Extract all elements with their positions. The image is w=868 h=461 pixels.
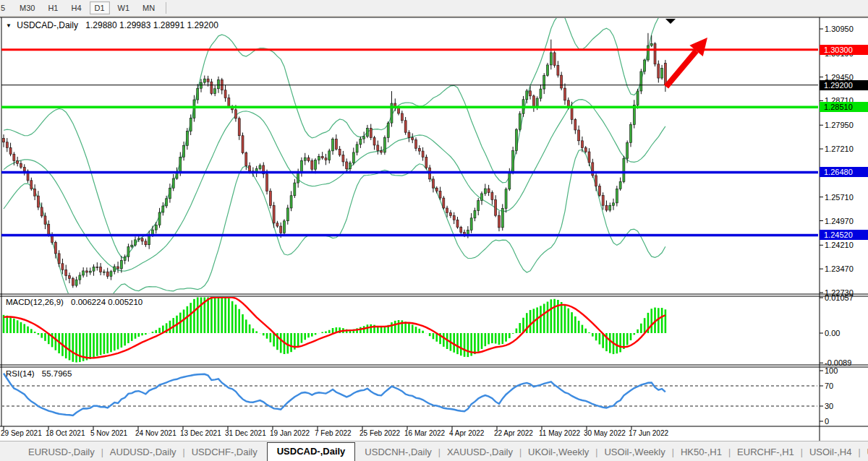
price-axis-tick-label: 1.27950 bbox=[825, 121, 868, 129]
candle-bull bbox=[214, 89, 216, 94]
candle-bear bbox=[54, 242, 56, 254]
candle-bull bbox=[629, 125, 631, 143]
candle-bear bbox=[401, 113, 403, 121]
candle-bull bbox=[155, 225, 157, 230]
timeframe-button-d1[interactable]: D1 bbox=[90, 1, 110, 14]
candle-bull bbox=[647, 46, 649, 60]
candle-bear bbox=[6, 142, 8, 148]
date-axis-label: 5 Nov 2021 bbox=[90, 429, 127, 437]
candle-bull bbox=[114, 267, 116, 272]
candle-bear bbox=[456, 220, 459, 227]
candle-bear bbox=[61, 264, 64, 270]
tab-hk50-h1[interactable]: HK50-,H1 bbox=[674, 444, 728, 461]
candle-bear bbox=[439, 191, 441, 198]
candle-bull bbox=[536, 98, 538, 107]
candle-bear bbox=[273, 205, 275, 223]
candle-bear bbox=[335, 139, 337, 150]
price-axis-tick-label: 1.27210 bbox=[825, 145, 868, 153]
price-axis-tick-label: 1.24970 bbox=[825, 217, 868, 225]
candle-bull bbox=[363, 137, 365, 139]
candle-bull bbox=[89, 271, 91, 272]
candle-bear bbox=[145, 241, 147, 245]
macd-indicator-label: MACD(12,26,9) 0.006224 0.005210 bbox=[6, 298, 142, 306]
tab-usdcnh-daily[interactable]: USDCNH-,Daily bbox=[358, 444, 438, 461]
candle-bear bbox=[325, 158, 327, 160]
candle-bull bbox=[470, 218, 472, 231]
candle-bull bbox=[626, 142, 629, 158]
tab-ukoil-h4[interactable]: UKOil-,H4 bbox=[861, 444, 868, 461]
chart-canvas[interactable] bbox=[0, 0, 868, 461]
candle-bear bbox=[595, 176, 597, 186]
date-axis-label: 7 Feb 2022 bbox=[315, 429, 352, 437]
candle-bear bbox=[72, 278, 74, 285]
candle-bull bbox=[619, 181, 621, 189]
candle-bull bbox=[103, 272, 105, 272]
tab-usoil-weekly[interactable]: USOil-,Weekly bbox=[597, 444, 671, 461]
candle-bull bbox=[290, 196, 292, 208]
tab-usoil-h4[interactable]: USOil-,H4 bbox=[803, 444, 859, 461]
candle-bear bbox=[245, 153, 247, 166]
candle-bull bbox=[169, 188, 171, 199]
macd-name: MACD(12,26,9) bbox=[6, 298, 64, 306]
candle-bear bbox=[574, 119, 576, 129]
timeframe-button-5[interactable]: 5 bbox=[0, 1, 12, 14]
candle-bull bbox=[550, 53, 552, 65]
tab-eurusd-daily[interactable]: EURUSD-,Daily bbox=[22, 444, 101, 461]
tab-audusd-daily[interactable]: AUDUSD-,Daily bbox=[103, 444, 183, 461]
candle-bear bbox=[280, 226, 282, 233]
candle-bear bbox=[664, 64, 666, 85]
candle-bear bbox=[346, 162, 348, 169]
timeframe-button-mn[interactable]: MN bbox=[137, 1, 160, 14]
tab-eurchf-h1[interactable]: EURCHF-,H1 bbox=[731, 444, 801, 461]
candle-bear bbox=[370, 128, 372, 137]
candle-bear bbox=[37, 196, 39, 207]
candle-bull bbox=[640, 72, 642, 91]
timeframe-toolbar: 5M30H1H4D1W1MN bbox=[0, 0, 868, 17]
price-axis[interactable]: 1.309501.301901.294501.287101.279501.272… bbox=[820, 17, 868, 426]
candle-bull bbox=[501, 208, 503, 228]
chart-symbol-label: USDCAD-,Daily bbox=[17, 20, 78, 30]
candle-bear bbox=[654, 43, 656, 64]
candle-bull bbox=[197, 88, 199, 100]
candle-bear bbox=[85, 271, 88, 272]
chevron-down-icon[interactable]: ▼ bbox=[6, 22, 12, 29]
candle-bull bbox=[172, 178, 174, 188]
candle-bear bbox=[553, 53, 556, 66]
candle-bull bbox=[203, 79, 205, 82]
date-axis[interactable]: 29 Sep 202118 Oct 20215 Nov 202124 Nov 2… bbox=[0, 428, 820, 441]
candle-bull bbox=[481, 194, 483, 201]
date-axis-label: 17 Jun 2022 bbox=[629, 429, 668, 437]
candle-bull bbox=[540, 89, 542, 98]
candle-bear bbox=[563, 88, 566, 100]
candle-bear bbox=[425, 157, 427, 168]
candle-bear bbox=[432, 179, 434, 188]
tab-usdcad-daily[interactable]: USDCAD-,Daily bbox=[267, 442, 356, 461]
price-level-label: 1.24520 bbox=[820, 230, 868, 240]
toolbar-separator bbox=[166, 2, 166, 14]
tab-ukoil-weekly[interactable]: UKOil-,Weekly bbox=[522, 444, 595, 461]
timeframe-button-w1[interactable]: W1 bbox=[113, 1, 135, 14]
candle-bull bbox=[300, 160, 302, 172]
candle-bear bbox=[249, 166, 251, 171]
candle-bull bbox=[124, 257, 126, 261]
tab-usdchf-daily[interactable]: USDCHF-,Daily bbox=[185, 444, 264, 461]
candle-bull bbox=[526, 91, 528, 100]
candle-bull bbox=[644, 60, 646, 72]
tab-xauusd-daily[interactable]: XAUUSD-,Daily bbox=[441, 444, 519, 461]
timeframe-button-m30[interactable]: M30 bbox=[14, 1, 40, 14]
timeframe-button-h4[interactable]: H4 bbox=[66, 1, 86, 14]
candle-bear bbox=[266, 174, 268, 191]
candle-bull bbox=[286, 208, 289, 221]
candle-bull bbox=[186, 132, 188, 146]
timeframe-button-h1[interactable]: H1 bbox=[43, 1, 63, 14]
candle-bear bbox=[307, 158, 310, 160]
candle-bear bbox=[460, 228, 462, 233]
candle-bull bbox=[190, 119, 192, 132]
candle-bull bbox=[183, 146, 185, 158]
candle-bear bbox=[3, 138, 5, 142]
candle-bull bbox=[519, 113, 521, 129]
candle-bear bbox=[557, 66, 559, 76]
candle-bull bbox=[148, 235, 150, 244]
rsi-axis-tick-label: 0 bbox=[825, 417, 868, 426]
candle-bear bbox=[561, 75, 563, 88]
